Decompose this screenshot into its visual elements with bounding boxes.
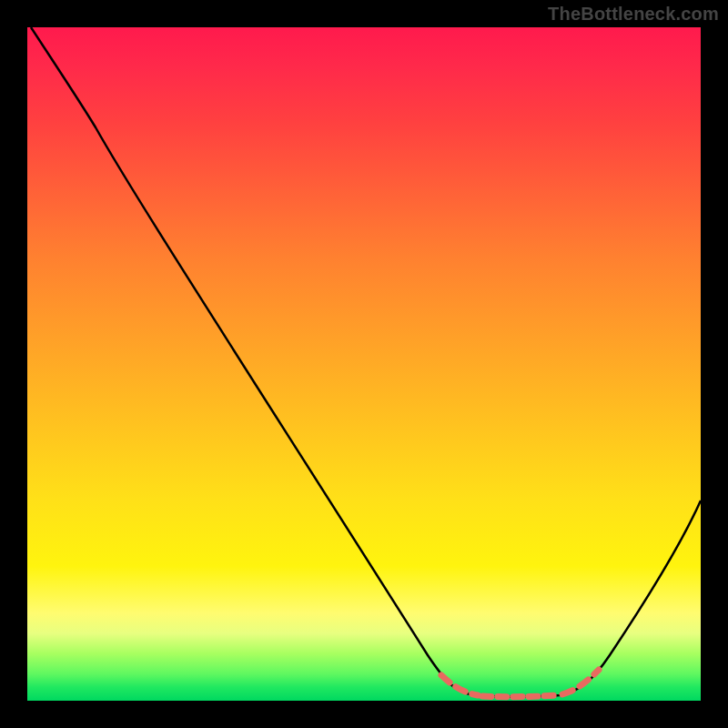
bottleneck-curve [27, 27, 701, 701]
highlight-segment-left [441, 675, 478, 695]
watermark-text: TheBottleneck.com [548, 4, 719, 25]
highlight-segment-right [562, 670, 599, 694]
chart-frame: TheBottleneck.com [0, 0, 728, 728]
highlight-segment-mid [482, 695, 557, 697]
curve-path [31, 27, 701, 697]
plot-area [27, 27, 701, 701]
